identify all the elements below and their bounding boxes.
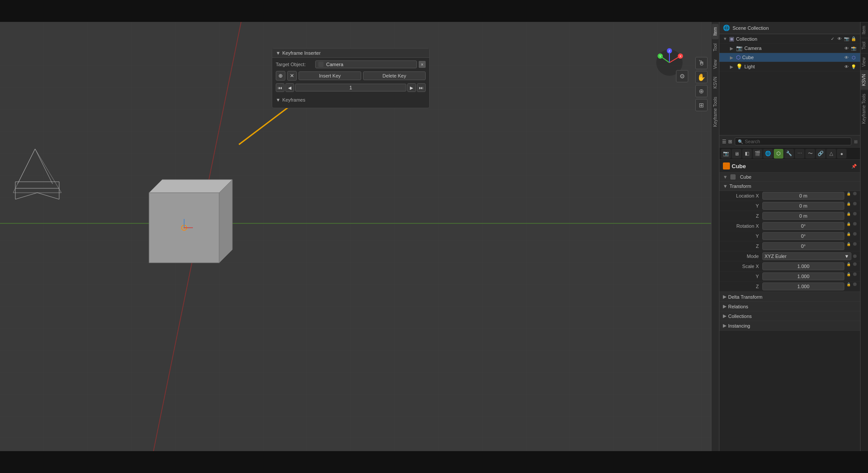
sidebar-tab-view[interactable]: View bbox=[861, 53, 868, 71]
location-y-value[interactable]: 0 m bbox=[762, 202, 844, 210]
viewport-settings-button[interactable]: ⚙ bbox=[676, 70, 688, 82]
collections-arrow: ▶ bbox=[723, 313, 726, 319]
icon-action-btn-1[interactable]: ⊕ bbox=[276, 71, 285, 81]
collection-camera-icon[interactable]: 📷 bbox=[843, 36, 850, 42]
properties-expand-icon[interactable]: ⊞ bbox=[728, 139, 732, 145]
light-data-icon[interactable]: 💡 bbox=[850, 64, 857, 70]
object-data-btn[interactable]: △ bbox=[826, 149, 836, 159]
search-placeholder: Search bbox=[745, 139, 760, 144]
outliner-item-camera[interactable]: ▶ 📷 Camera 👁 📸 bbox=[719, 44, 860, 53]
prev-frame-button[interactable]: ◀ bbox=[285, 83, 294, 92]
go-end-button[interactable]: ⏭ bbox=[417, 83, 426, 92]
sidebar-tab-keyframe-tools[interactable]: Keyframe Tools bbox=[861, 90, 868, 127]
cube-data-icon[interactable]: ⬡ bbox=[850, 54, 857, 60]
location-z-value[interactable]: 0 m bbox=[762, 212, 844, 220]
delta-transform-header[interactable]: ▶ Delta Transform bbox=[719, 292, 860, 301]
cube-label: Cube bbox=[742, 55, 842, 60]
constraints-btn[interactable]: 🔗 bbox=[816, 149, 825, 159]
collection-check-icon[interactable]: ✓ bbox=[829, 36, 836, 42]
properties-menu-icon[interactable]: ☰ bbox=[722, 139, 726, 145]
scale-x-value[interactable]: 1.000 bbox=[762, 262, 844, 270]
scale-z-value-group: 1.000 🔒 bbox=[762, 282, 857, 290]
frame-number-input[interactable]: 1 bbox=[295, 84, 406, 92]
properties-search[interactable]: 🔍 Search bbox=[735, 138, 851, 145]
outliner-title: Scene Collection bbox=[733, 25, 769, 31]
grid-tool[interactable]: ⊞ bbox=[695, 99, 708, 111]
keyframes-section-header[interactable]: ▼ Keyframes bbox=[276, 96, 426, 103]
light-eye-icon[interactable]: 👁 bbox=[843, 64, 850, 70]
icon-action-btn-2[interactable]: ✕ bbox=[287, 71, 297, 81]
output-properties-btn[interactable]: 🖥 bbox=[732, 149, 741, 159]
outliner-item-cube[interactable]: ▶ ⬡ Cube 👁 ⬡ bbox=[719, 53, 860, 62]
particles-btn[interactable]: ⋯ bbox=[795, 149, 804, 159]
properties-main-content: Cube 📌 ▼ Cube ▼ Transform bbox=[719, 160, 860, 451]
panel-collapse-arrow[interactable]: ▼ bbox=[276, 50, 281, 56]
tab-item[interactable]: Item bbox=[712, 24, 719, 39]
rotation-y-value-group: 0° 🔒 bbox=[762, 232, 857, 240]
collection-eye-icon[interactable]: 👁 bbox=[836, 36, 843, 42]
insert-key-button[interactable]: Insert Key bbox=[299, 71, 361, 80]
target-object-label: Target Object: bbox=[276, 62, 315, 67]
svg-marker-47 bbox=[149, 180, 232, 193]
properties-expand-btn[interactable]: ⊞ bbox=[854, 139, 857, 144]
keyframes-label: Keyframes bbox=[282, 97, 306, 102]
mode-dropdown-icon: ▼ bbox=[844, 254, 849, 259]
tab-keyframe-tools[interactable]: Keyframe Tools bbox=[712, 93, 719, 131]
transform-tool[interactable]: ⊕ bbox=[695, 85, 708, 97]
tab-ksvn[interactable]: KSVN bbox=[712, 73, 719, 92]
cursor-tool[interactable]: 🖱 bbox=[695, 57, 708, 69]
sidebar-tab-ksvn[interactable]: KSVN bbox=[861, 70, 868, 89]
svg-text:Y: Y bbox=[659, 55, 662, 58]
render-properties-btn[interactable]: 📷 bbox=[721, 149, 731, 159]
cube-eye-icon[interactable]: 👁 bbox=[843, 54, 850, 60]
rotation-z-value[interactable]: 0° bbox=[762, 242, 844, 250]
transform-section: ▼ Transform Location X 0 m 🔒 bbox=[719, 182, 860, 292]
instancing-arrow: ▶ bbox=[723, 323, 726, 328]
relations-label: Relations bbox=[728, 304, 748, 309]
instancing-header[interactable]: ▶ Instancing bbox=[719, 321, 860, 330]
physics-btn[interactable]: 〜 bbox=[805, 149, 815, 159]
panel-close-button[interactable]: × bbox=[419, 61, 426, 68]
transform-label: Transform bbox=[729, 184, 751, 189]
target-object-value[interactable]: Camera bbox=[315, 60, 417, 68]
rotation-x-value[interactable]: 0° bbox=[762, 222, 844, 230]
object-properties-btn[interactable]: ⬡ bbox=[774, 149, 783, 159]
view-layer-btn[interactable]: ◧ bbox=[742, 149, 752, 159]
relations-header[interactable]: ▶ Relations bbox=[719, 302, 860, 311]
move-tool[interactable]: ✋ bbox=[695, 71, 708, 83]
location-x-value[interactable]: 0 m bbox=[762, 192, 844, 200]
camera-icon: 📷 bbox=[736, 45, 743, 51]
svg-marker-48 bbox=[219, 180, 232, 263]
rotation-y-value[interactable]: 0° bbox=[762, 232, 844, 240]
sidebar-tab-item[interactable]: Item bbox=[861, 22, 868, 38]
transform-arrow: ▼ bbox=[723, 184, 728, 189]
next-frame-button[interactable]: ▶ bbox=[407, 83, 416, 92]
collections-header[interactable]: ▶ Collections bbox=[719, 311, 860, 321]
scale-x-lock: 🔒 bbox=[847, 262, 851, 270]
search-icon: 🔍 bbox=[738, 139, 743, 144]
tab-view[interactable]: View bbox=[712, 56, 719, 73]
camera-lock-icon[interactable]: 📸 bbox=[850, 45, 857, 51]
outliner-item-light[interactable]: ▶ 💡 Light 👁 💡 bbox=[719, 62, 860, 71]
bottom-menu-bar bbox=[0, 451, 868, 473]
outliner-item-collection[interactable]: ▼ ▣ Collection ✓ 👁 📷 🔒 bbox=[719, 34, 860, 44]
rotation-mode-select[interactable]: XYZ Euler ▼ bbox=[762, 252, 851, 260]
scale-z-value[interactable]: 1.000 bbox=[762, 282, 844, 290]
delete-key-button[interactable]: Delete Key bbox=[363, 71, 426, 80]
camera-eye-icon[interactable]: 👁 bbox=[843, 45, 850, 51]
collection-lock-icon[interactable]: 🔒 bbox=[850, 36, 857, 42]
pin-icon[interactable]: 📌 bbox=[851, 164, 857, 169]
viewport-3d[interactable]: Z X Y ⚙ 🖱 ✋ ⊕ ⊞ ▼ Keyframe Inserter bbox=[0, 22, 711, 451]
tab-tool[interactable]: Tool bbox=[712, 40, 719, 55]
scale-y-value[interactable]: 1.000 bbox=[762, 272, 844, 280]
world-properties-btn[interactable]: 🌐 bbox=[763, 149, 773, 159]
sidebar-tab-tool[interactable]: Tool bbox=[861, 38, 868, 53]
go-start-button[interactable]: ⏮ bbox=[276, 83, 285, 92]
transform-section-header[interactable]: ▼ Transform bbox=[719, 182, 860, 191]
material-btn[interactable]: ● bbox=[837, 149, 847, 159]
scene-properties-btn[interactable]: 🎬 bbox=[753, 149, 762, 159]
object-data-icon bbox=[730, 174, 736, 180]
modifier-properties-btn[interactable]: 🔧 bbox=[784, 149, 794, 159]
camera-actions: 👁 📸 bbox=[843, 45, 857, 51]
location-y-label: Y bbox=[723, 203, 762, 208]
